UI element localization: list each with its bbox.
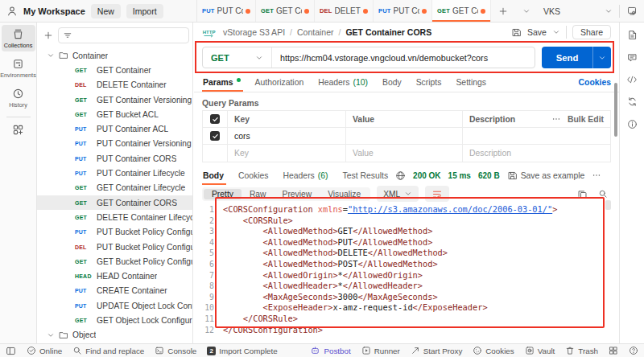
view-mode-visualize[interactable]: Visualize (320, 189, 369, 199)
sidebar-search-input[interactable] (76, 31, 184, 40)
postbot-button[interactable]: Postbot (310, 346, 350, 355)
response-code[interactable]: 1<CORSConfiguration xmlns="http://s3.ama… (194, 204, 619, 335)
tree-request[interactable]: DELPUT Bucket Policy Configu... (37, 240, 192, 254)
help-button[interactable] (629, 346, 638, 355)
chevron-down-icon[interactable] (47, 51, 55, 60)
tab-headers[interactable]: Headers (6) (276, 166, 336, 185)
param-value-placeholder[interactable]: Value (345, 145, 462, 162)
param-key[interactable]: cors (227, 128, 345, 144)
new-button[interactable]: New (91, 4, 121, 18)
two-pane-toggle[interactable] (609, 346, 618, 355)
tab-body[interactable]: Body (202, 166, 231, 185)
table-row-placeholder[interactable]: Key Value Description (203, 145, 610, 162)
find-and-replace-button[interactable]: Find and replace (72, 346, 144, 355)
breadcrumb-folder[interactable]: Container (297, 27, 334, 37)
tree-request[interactable]: PUTPUT Bucket Policy Configu... (37, 225, 192, 240)
console-button[interactable]: Console (155, 346, 196, 355)
response-status[interactable]: 200 OK (413, 171, 440, 180)
request-tab[interactable]: PUTPUT Contai (374, 0, 432, 22)
request-tab[interactable]: GETGET Contair (432, 0, 491, 22)
more-options-icon[interactable] (551, 114, 561, 124)
param-description-placeholder[interactable]: Description (462, 145, 610, 162)
import-button[interactable]: Import (126, 4, 163, 18)
network-icon[interactable] (395, 170, 406, 181)
send-options-caret[interactable] (592, 47, 611, 68)
search-icon[interactable] (598, 189, 608, 199)
tab-test-results[interactable]: Test Results (336, 166, 396, 185)
tree-request[interactable]: GETGET Bucket Policy Configu... (37, 254, 192, 269)
view-mode-pretty[interactable]: Pretty (204, 189, 242, 199)
tree-folder[interactable]: Object (37, 328, 192, 343)
param-description[interactable] (462, 128, 610, 144)
tab-headers[interactable]: Headers (10) (311, 73, 375, 92)
method-selector[interactable]: GET (203, 47, 272, 68)
tree-request[interactable]: DELDELETE Container (37, 78, 192, 92)
share-button[interactable]: Share (572, 25, 611, 39)
request-tab[interactable]: DELDELETE Cor (315, 0, 374, 22)
param-checkbox[interactable] (210, 131, 220, 141)
param-key-placeholder[interactable]: Key (227, 145, 345, 162)
new-tab-button[interactable] (491, 0, 515, 22)
tree-request[interactable]: GETGET Container CORS (37, 195, 192, 210)
response-size[interactable]: 620 B (478, 171, 500, 180)
request-tab[interactable]: PUTPUT Contair (197, 0, 256, 22)
info-icon[interactable] (627, 119, 638, 129)
breadcrumb-collection[interactable]: vStorage S3 API (223, 27, 285, 37)
related-requests-icon[interactable] (627, 96, 638, 107)
tree-request[interactable]: PUTPUT Container Lifecycle (37, 166, 192, 180)
format-selector[interactable]: XML (377, 186, 419, 202)
tree-request[interactable]: GETDELETE Container Lifecycle (37, 210, 192, 224)
environment-quick-look-icon[interactable] (626, 6, 638, 16)
wrap-line-button[interactable] (425, 186, 449, 202)
param-value[interactable] (345, 128, 462, 144)
tree-folder[interactable]: Container (37, 48, 192, 63)
tree-request[interactable]: GETGET Bucket ACL (37, 107, 192, 121)
save-as-example-button[interactable]: Save as example (507, 170, 585, 181)
toggle-sidebar-icon[interactable] (6, 346, 16, 356)
tab-params[interactable]: Params (202, 73, 248, 92)
bulk-edit-button[interactable]: Bulk Edit (568, 115, 604, 124)
save-button[interactable]: Save (527, 27, 547, 37)
tab-settings[interactable]: Settings (448, 73, 493, 92)
tree-request[interactable]: GETGET Object Lock Configur... (37, 313, 192, 327)
url-input[interactable] (272, 53, 535, 63)
response-time[interactable]: 15 ms (448, 171, 471, 180)
new-element-icon[interactable] (12, 124, 24, 136)
request-tab[interactable]: GETGET Contair (256, 0, 315, 22)
tree-request[interactable]: PUTPUT Container Versioning (37, 137, 192, 151)
comments-icon[interactable] (627, 52, 638, 63)
tab-cookies[interactable]: Cookies (231, 166, 276, 185)
start-proxy-button[interactable]: Start Proxy (411, 346, 462, 355)
online-status[interactable]: Online (27, 346, 62, 355)
copy-icon[interactable] (577, 189, 588, 199)
tree-request[interactable]: PUTPUT Container ACL (37, 121, 192, 136)
tree-request[interactable]: GETGET Container (37, 63, 192, 77)
table-row[interactable]: cors (203, 128, 610, 145)
tree-request[interactable]: PUTCREATE Container (37, 284, 192, 298)
vault-button[interactable]: Vault (525, 346, 555, 355)
add-collection-icon[interactable] (43, 31, 53, 40)
tree-request[interactable]: PUTUPDATE Object Lock Confi... (37, 298, 192, 313)
code-snippet-icon[interactable] (626, 75, 638, 84)
cookies-link[interactable]: Cookies (579, 78, 611, 87)
tree-request[interactable]: GETGET Container Versioning (37, 92, 192, 107)
view-mode-raw[interactable]: Raw (242, 189, 275, 199)
select-all-checkbox[interactable] (210, 114, 220, 124)
tab-authorization[interactable]: Authorization (248, 73, 312, 92)
tab-body[interactable]: Body (375, 73, 409, 92)
sidebar-item-history[interactable]: History (2, 84, 35, 111)
sidebar-item-collections[interactable]: Collections (2, 25, 35, 51)
response-more-icon[interactable] (592, 170, 601, 180)
main-scrollbar[interactable] (614, 83, 617, 137)
workspace-switcher[interactable]: My Workspace New Import (0, 0, 197, 22)
runner-button[interactable]: Runner (361, 346, 400, 355)
chevron-down-icon[interactable] (47, 331, 55, 339)
documentation-icon[interactable] (627, 30, 638, 40)
import-complete-status[interactable]: 2Import Complete (207, 347, 277, 355)
view-mode-preview[interactable]: Preview (275, 189, 320, 199)
tree-request[interactable]: PUTPUT Container CORS (37, 151, 192, 166)
tree-request[interactable]: GETGET Container Lifecycle (37, 181, 192, 195)
tab-options-button[interactable] (515, 0, 538, 22)
sidebar-search-box[interactable] (58, 27, 189, 43)
cookies-button[interactable]: Cookies (473, 346, 514, 355)
